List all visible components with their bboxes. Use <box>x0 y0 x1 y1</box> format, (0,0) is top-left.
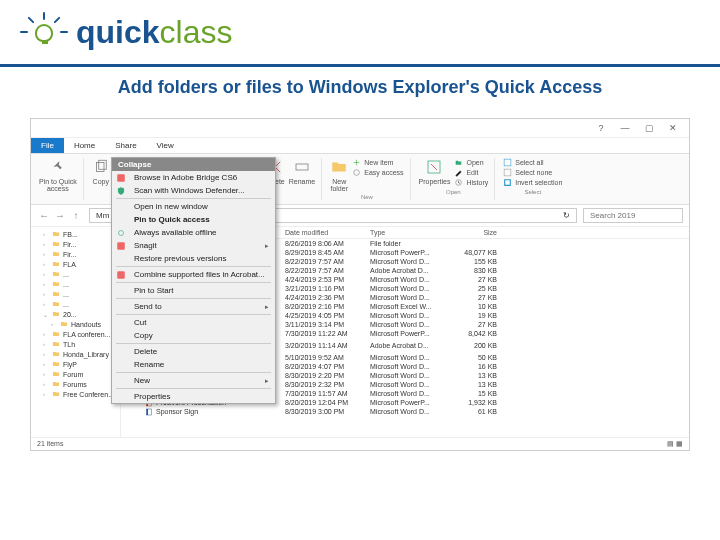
back-button[interactable]: ← <box>37 209 51 223</box>
sidebar-item[interactable]: ›Handouts <box>31 319 120 329</box>
sidebar-item[interactable]: ›... <box>31 289 120 299</box>
file-date: 4/24/2019 2:36 PM <box>281 294 366 301</box>
sidebar-item-label: TLh <box>63 341 75 348</box>
file-size: 15 KB <box>451 390 501 397</box>
sidebar-item[interactable]: ›FLA conferen... <box>31 329 120 339</box>
context-menu-item[interactable]: Send to▸ <box>112 300 275 313</box>
invert-selection-button[interactable]: Invert selection <box>503 178 562 187</box>
file-date: 8/22/2019 7:57 AM <box>281 258 366 265</box>
search-input[interactable] <box>583 208 683 223</box>
group-select-label: Select <box>524 189 541 195</box>
context-menu-item[interactable]: Cut <box>112 316 275 329</box>
new-item-button[interactable]: New item <box>352 158 403 167</box>
context-menu-item[interactable]: Snagit▸ <box>112 239 275 252</box>
tab-view[interactable]: View <box>147 138 184 153</box>
forward-button[interactable]: → <box>53 209 67 223</box>
context-menu-item[interactable]: Restore previous versions <box>112 252 275 265</box>
maximize-button[interactable]: ▢ <box>637 121 661 135</box>
context-menu-item[interactable]: Delete <box>112 345 275 358</box>
sidebar-item[interactable]: ›TLh <box>31 339 120 349</box>
file-type: Microsoft Word D... <box>366 363 451 370</box>
svg-rect-5 <box>296 164 308 170</box>
file-type: Microsoft Word D... <box>366 258 451 265</box>
refresh-icon[interactable]: ↻ <box>563 211 570 220</box>
sidebar-item[interactable]: ›Forum <box>31 369 120 379</box>
expand-icon: › <box>43 391 49 397</box>
close-button[interactable]: ✕ <box>661 121 685 135</box>
file-type: Microsoft Word D... <box>366 312 451 319</box>
copy-button[interactable]: Copy <box>92 158 110 187</box>
context-menu-item[interactable]: Scan with Windows Defender... <box>112 184 275 197</box>
sidebar-item[interactable]: ›FLA <box>31 259 120 269</box>
group-new-label: New <box>361 194 373 200</box>
context-menu-item[interactable]: Rename <box>112 358 275 371</box>
context-menu-item[interactable]: Combine supported files in Acrobat... <box>112 268 275 281</box>
context-menu-label: Open in new window <box>134 202 208 211</box>
new-folder-button[interactable]: New folder <box>330 158 348 192</box>
history-button[interactable]: History <box>454 178 488 187</box>
file-date: 8/20/2019 12:04 PM <box>281 399 366 406</box>
context-menu-item[interactable]: Open in new window <box>112 200 275 213</box>
properties-button[interactable]: Properties <box>419 158 451 187</box>
help-button[interactable]: ? <box>589 121 613 135</box>
context-menu-header[interactable]: Collapse <box>112 158 275 171</box>
sidebar-item[interactable]: ›Fir... <box>31 239 120 249</box>
context-menu-item[interactable]: Pin to Quick access <box>112 213 275 226</box>
sidebar-item-label: 20... <box>63 311 77 318</box>
file-type: Microsoft Word D... <box>366 321 451 328</box>
context-menu-item[interactable]: Always available offline <box>112 226 275 239</box>
sidebar-item[interactable]: ›Honda_Library <box>31 349 120 359</box>
sidebar: ›FB...›Fir...›Fir...›FLA›...›...›...›...… <box>31 227 121 437</box>
context-menu-item[interactable]: Properties <box>112 390 275 403</box>
sidebar-item[interactable]: ›... <box>31 299 120 309</box>
sidebar-item[interactable]: ⌄20... <box>31 309 120 319</box>
file-date: 4/25/2019 4:05 PM <box>281 312 366 319</box>
col-date-header[interactable]: Date modified <box>281 229 366 236</box>
sidebar-item[interactable]: ›... <box>31 269 120 279</box>
tab-share[interactable]: Share <box>105 138 146 153</box>
view-toggle[interactable]: ▤ ▦ <box>667 440 683 448</box>
pin-quick-access-button[interactable]: Pin to Quick access <box>39 158 77 192</box>
file-date: 3/20/2019 11:14 AM <box>281 342 366 349</box>
sidebar-item[interactable]: ›Fir... <box>31 249 120 259</box>
sidebar-item-label: Honda_Library <box>63 351 109 358</box>
context-menu-item[interactable]: Copy <box>112 329 275 342</box>
sidebar-item-label: ... <box>63 301 69 308</box>
submenu-arrow-icon: ▸ <box>265 242 269 250</box>
select-all-button[interactable]: Select all <box>503 158 562 167</box>
sidebar-item-label: Fir... <box>63 251 77 258</box>
sidebar-item[interactable]: ›FB... <box>31 229 120 239</box>
minimize-button[interactable]: — <box>613 121 637 135</box>
file-date: 8/22/2019 7:57 AM <box>281 267 366 274</box>
sidebar-item-label: ... <box>63 271 69 278</box>
file-date: 3/21/2019 1:16 PM <box>281 285 366 292</box>
context-menu-label: Pin to Start <box>134 286 174 295</box>
sidebar-item[interactable]: ›... <box>31 279 120 289</box>
expand-icon: › <box>43 381 49 387</box>
tab-file[interactable]: File <box>31 138 64 153</box>
sidebar-item[interactable]: ›Free Conferen... <box>31 389 120 399</box>
edit-button[interactable]: Edit <box>454 168 488 177</box>
up-button[interactable]: ↑ <box>69 209 83 223</box>
context-menu-item[interactable]: New▸ <box>112 374 275 387</box>
brand-text: quickclass <box>76 14 232 51</box>
file-type: Microsoft Word D... <box>366 390 451 397</box>
bridge-icon <box>116 173 126 183</box>
context-menu-item[interactable]: Pin to Start <box>112 284 275 297</box>
expand-icon: › <box>43 291 49 297</box>
select-none-button[interactable]: Select none <box>503 168 562 177</box>
file-type: Adobe Acrobat D... <box>366 342 451 349</box>
sidebar-item[interactable]: ›FlyP <box>31 359 120 369</box>
rename-button[interactable]: Rename <box>289 158 315 185</box>
submenu-arrow-icon: ▸ <box>265 377 269 385</box>
open-button[interactable]: Open <box>454 158 488 167</box>
sidebar-item[interactable]: ›Forums <box>31 379 120 389</box>
file-row[interactable]: Sponsor Sign8/30/2019 3:00 PMMicrosoft W… <box>121 407 689 416</box>
col-size-header[interactable]: Size <box>451 229 501 236</box>
svg-point-6 <box>354 170 360 176</box>
context-menu-item[interactable]: Browse in Adobe Bridge CS6 <box>112 171 275 184</box>
col-type-header[interactable]: Type <box>366 229 451 236</box>
tab-home[interactable]: Home <box>64 138 105 153</box>
file-size: 27 KB <box>451 321 501 328</box>
easy-access-button[interactable]: Easy access <box>352 168 403 177</box>
